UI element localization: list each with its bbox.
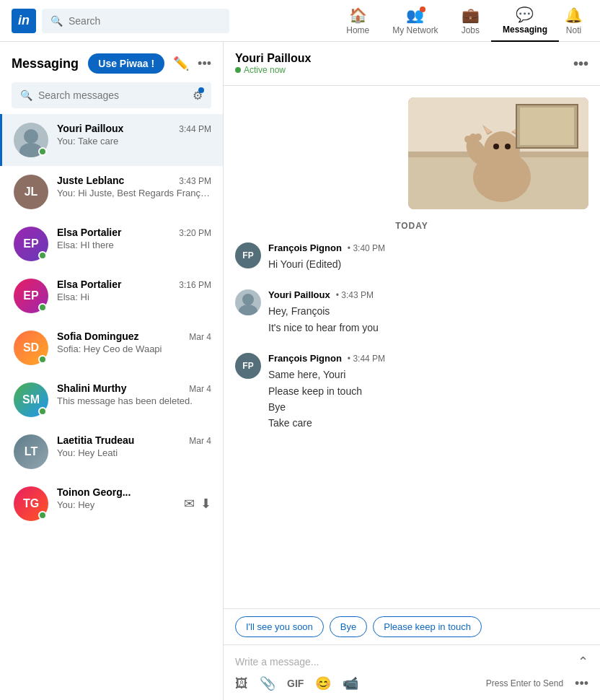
nav-item-jobs[interactable]: 💼 Jobs — [450, 0, 491, 42]
avatar: JL — [14, 175, 48, 209]
image-attach-button[interactable]: 🖼 — [235, 676, 248, 691]
jobs-icon: 💼 — [462, 6, 480, 24]
conv-time: 3:20 PM — [179, 228, 211, 238]
input-placeholder: Write a message... — [235, 656, 319, 668]
conv-preview: Elsa: HI there — [57, 240, 211, 250]
msg-header: François Pignon • 3:40 PM — [268, 242, 588, 253]
youri-avatar — [235, 289, 261, 315]
online-indicator — [38, 355, 47, 364]
conv-name: Elsa Portalier — [57, 227, 122, 238]
emoji-button[interactable]: 😊 — [315, 675, 331, 691]
nav-item-notifications[interactable]: 🔔 Noti — [559, 0, 588, 42]
svg-point-20 — [239, 305, 257, 315]
list-item[interactable]: TG Toinon Georg... You: Hey ✉ ⬇ — [0, 478, 223, 530]
gif-button[interactable]: GIF — [287, 678, 304, 689]
list-item[interactable]: SM Shalini Murthy Mar 4 This message has… — [0, 374, 223, 426]
msg-avatar: FP — [235, 353, 261, 379]
conv-content: Youri Pailloux 3:44 PM You: Take care — [57, 123, 211, 146]
search-messages-icon: 🔍 — [20, 89, 32, 101]
svg-point-6 — [484, 131, 520, 167]
paperclip-button[interactable]: 📎 — [260, 675, 275, 691]
search-messages-bar: 🔍 ⚙ — [12, 82, 211, 108]
message-row: Youri Pailloux • 3:43 PM Hey, François I… — [235, 289, 588, 336]
conv-preview: This message has been deleted. — [57, 395, 211, 406]
download-action-button[interactable]: ⬇ — [200, 496, 211, 512]
use-piwaa-button[interactable]: Use Piwaa ! — [88, 53, 164, 74]
sidebar-title: Messaging — [12, 56, 79, 71]
msg-avatar: FP — [235, 242, 261, 268]
message-input-area: Write a message... ⌃ 🖼 📎 GIF 😊 📹 Press E… — [224, 644, 600, 700]
avatar-wrap: SD — [14, 331, 48, 365]
conv-preview: You: Hey Leati — [57, 447, 211, 458]
network-notification-dot — [420, 6, 425, 12]
chat-status: Active now — [235, 65, 312, 75]
video-button[interactable]: 📹 — [343, 675, 358, 691]
conv-content: Sofia Dominguez Mar 4 Sofia: Hey Ceo de … — [57, 331, 211, 354]
sidebar: Messaging Use Piwaa ! ✏️ ••• 🔍 ⚙ — [0, 42, 224, 700]
nav-label-jobs: Jobs — [462, 25, 480, 35]
conv-content: Elsa Portalier 3:16 PM Elsa: Hi — [57, 279, 211, 302]
cat-image-svg — [408, 97, 588, 209]
nav-item-network[interactable]: 👥 My Network — [381, 0, 449, 42]
more-options-button[interactable]: ••• — [198, 56, 211, 71]
sidebar-header: Messaging Use Piwaa ! ✏️ ••• — [0, 42, 223, 79]
chat-contact-name: Youri Pailloux — [235, 52, 312, 65]
nav-label-home: Home — [346, 25, 369, 35]
main-layout: Messaging Use Piwaa ! ✏️ ••• 🔍 ⚙ — [0, 42, 600, 700]
list-item[interactable]: Youri Pailloux 3:44 PM You: Take care — [0, 114, 223, 166]
list-item[interactable]: JL Juste Leblanc 3:43 PM You: Hi Juste, … — [0, 166, 223, 218]
message-group: FP François Pignon • 3:44 PM Same here, … — [224, 347, 600, 443]
quick-reply-see-you-soon[interactable]: I'll see you soon — [235, 616, 324, 637]
search-input[interactable] — [69, 15, 221, 27]
msg-header: Youri Pailloux • 3:43 PM — [268, 289, 588, 300]
msg-header: François Pignon • 3:44 PM — [268, 353, 588, 364]
conv-name: Youri Pailloux — [57, 123, 123, 134]
quick-replies: I'll see you soon Bye Please keep in tou… — [224, 608, 600, 644]
msg-time: • 3:40 PM — [348, 243, 385, 253]
message-input-row: Write a message... ⌃ — [235, 654, 588, 670]
notifications-icon: 🔔 — [565, 6, 583, 24]
avatar-wrap: SM — [14, 382, 48, 417]
msg-sender-name: François Pignon — [268, 242, 342, 253]
search-icon: 🔍 — [50, 15, 63, 27]
chat-more-options-button[interactable]: ••• — [573, 56, 588, 72]
top-nav: in 🔍 🏠 Home 👥 My Network 💼 Jobs 💬 Messag… — [0, 0, 600, 42]
msg-content: François Pignon • 3:44 PM Same here, You… — [268, 353, 588, 432]
chat-panel: Youri Pailloux Active now ••• — [224, 42, 600, 700]
conv-preview: You: Hi Juste, Best Regards François Pig… — [57, 188, 211, 198]
list-item[interactable]: EP Elsa Portalier 3:20 PM Elsa: HI there — [0, 218, 223, 270]
linkedin-logo[interactable]: in — [12, 9, 36, 33]
collapse-input-button[interactable]: ⌃ — [578, 654, 588, 670]
email-action-button[interactable]: ✉ — [184, 496, 195, 512]
svg-rect-18 — [520, 108, 574, 145]
message-row: FP François Pignon • 3:44 PM Same here, … — [235, 353, 588, 432]
svg-point-16 — [475, 134, 482, 141]
conv-time: 3:16 PM — [179, 280, 211, 290]
msg-bubble: Hi Youri (Edited) — [268, 256, 588, 272]
conv-name: Shalini Murthy — [57, 382, 126, 394]
conversation-list: Youri Pailloux 3:44 PM You: Take care JL… — [0, 114, 223, 700]
nav-item-messaging[interactable]: 💬 Messaging — [491, 0, 559, 42]
conv-preview: You: Take care — [57, 136, 211, 146]
chat-header: Youri Pailloux Active now ••• — [224, 42, 600, 86]
search-messages-input[interactable] — [38, 89, 187, 101]
conv-time: Mar 4 — [189, 332, 211, 342]
nav-item-home[interactable]: 🏠 Home — [335, 0, 381, 42]
message-row: FP François Pignon • 3:40 PM Hi Youri (E… — [235, 242, 588, 272]
quick-reply-keep-in-touch[interactable]: Please keep in touch — [373, 616, 482, 637]
quick-reply-bye[interactable]: Bye — [330, 616, 367, 637]
conv-content: Juste Leblanc 3:43 PM You: Hi Juste, Bes… — [57, 175, 211, 198]
list-item[interactable]: LT Laetitia Trudeau Mar 4 You: Hey Leati — [0, 426, 223, 478]
msg-sender-name: Youri Pailloux — [268, 289, 330, 300]
msg-time: • 3:43 PM — [336, 290, 374, 300]
toolbar-more-button[interactable]: ••• — [575, 676, 588, 691]
list-item[interactable]: SD Sofia Dominguez Mar 4 Sofia: Hey Ceo … — [0, 322, 223, 374]
conv-time: Mar 4 — [189, 384, 211, 394]
conv-time: 3:43 PM — [179, 176, 211, 186]
msg-time: • 3:44 PM — [348, 354, 385, 364]
svg-point-0 — [24, 129, 38, 144]
compose-button[interactable]: ✏️ — [173, 56, 189, 71]
search-bar[interactable]: 🔍 — [42, 9, 229, 33]
list-item[interactable]: EP Elsa Portalier 3:16 PM Elsa: Hi — [0, 270, 223, 322]
online-indicator — [38, 147, 47, 156]
